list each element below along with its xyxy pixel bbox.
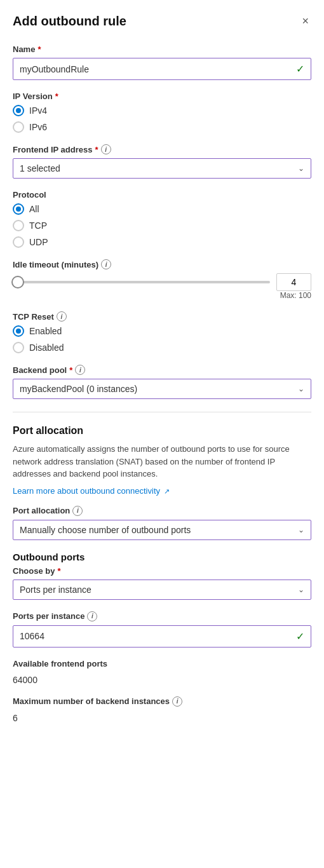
choose-by-chevron-icon: ⌄ [298,585,304,594]
slider-track[interactable] [13,281,270,283]
available-frontend-field-row: Available frontend ports 64000 [13,659,311,688]
port-allocation-label: Port allocation i [13,506,311,516]
name-field-group: Name * ✓ [13,44,311,80]
learn-more-link[interactable]: Learn more about outbound connectivity ↗ [13,486,170,496]
port-allocation-description: Azure automatically assigns the number o… [13,443,311,480]
idle-timeout-field-group: Idle timeout (minutes) i Max: 100 [13,259,311,300]
radio-item-ipv4[interactable]: IPv4 [13,105,311,116]
frontend-ip-chevron-icon: ⌄ [298,164,304,173]
frontend-ip-field-group: Frontend IP address * i 1 selected ⌄ [13,144,311,179]
idle-timeout-max-label: Max: 100 [13,291,311,300]
port-allocation-dropdown[interactable]: Manually choose number of outbound ports… [13,520,311,540]
outbound-ports-title: Outbound ports [13,552,311,562]
slider-thumb[interactable] [13,277,23,287]
backend-pool-dropdown[interactable]: myBackendPool (0 instances) ⌄ [13,379,311,399]
idle-timeout-input[interactable] [276,273,311,291]
frontend-ip-dropdown[interactable]: 1 selected ⌄ [13,158,311,179]
backend-pool-value: myBackendPool (0 instances) [20,384,137,394]
ports-per-instance-input-wrapper[interactable]: ✓ [13,625,311,648]
choose-by-value: Ports per instance [20,585,91,595]
idle-timeout-slider-group [13,273,311,291]
backend-pool-field-group: Backend pool * i myBackendPool (0 instan… [13,365,311,399]
radio-item-tcp[interactable]: TCP [13,220,311,231]
choose-by-dropdown[interactable]: Ports per instance ⌄ [13,580,311,600]
protocol-radio-group: All TCP UDP [13,203,311,248]
ports-per-instance-info-icon[interactable]: i [87,611,97,621]
radio-label-enabled: Enabled [29,326,62,336]
max-backend-field-row: Maximum number of backend instances i 6 [13,696,311,726]
port-allocation-info-icon[interactable]: i [72,506,83,516]
close-button[interactable]: × [299,13,311,29]
name-input[interactable] [20,64,296,74]
section-divider [13,412,311,412]
idle-timeout-label: Idle timeout (minutes) i [13,259,311,269]
tcp-reset-label: TCP Reset i [13,311,311,322]
port-allocation-field-group: Port allocation i Manually choose number… [13,506,311,540]
backend-pool-info-icon[interactable]: i [75,365,85,375]
radio-item-disabled[interactable]: Disabled [13,342,311,353]
name-label: Name * [13,44,311,54]
available-frontend-value: 64000 [13,672,311,688]
port-allocation-section: Port allocation Azure automatically assi… [13,425,311,726]
ports-per-instance-check-icon: ✓ [296,630,304,642]
max-backend-info-icon[interactable]: i [172,696,182,707]
ip-version-radio-group: IPv4 IPv6 [13,105,311,133]
name-required: * [37,44,41,54]
frontend-ip-info-icon[interactable]: i [101,144,111,154]
outbound-ports-section: Outbound ports Choose by * Ports per ins… [13,552,311,726]
radio-item-all[interactable]: All [13,203,311,215]
radio-all[interactable] [13,203,24,215]
radio-label-ipv6: IPv6 [29,122,47,132]
radio-ipv4[interactable] [13,105,24,116]
backend-pool-required: * [69,365,72,375]
tcp-reset-radio-group: Enabled Disabled [13,325,311,353]
radio-item-enabled[interactable]: Enabled [13,325,311,337]
radio-label-udp: UDP [29,237,48,247]
frontend-ip-required: * [95,145,98,154]
name-input-wrapper[interactable]: ✓ [13,58,311,80]
max-backend-label: Maximum number of backend instances i [13,696,311,707]
choose-by-field-group: Choose by * Ports per instance ⌄ [13,566,311,600]
page-title: Add outbound rule [13,14,126,29]
port-allocation-chevron-icon: ⌄ [298,526,304,534]
radio-label-tcp: TCP [29,220,47,231]
radio-enabled[interactable] [13,325,24,337]
choose-by-required: * [57,566,60,576]
protocol-field-group: Protocol All TCP UDP [13,190,311,248]
external-link-icon: ↗ [164,487,170,495]
ip-version-label: IP Version * [13,92,311,101]
backend-pool-label: Backend pool * i [13,365,311,375]
learn-more-text: Learn more about outbound connectivity [13,486,160,496]
name-check-icon: ✓ [296,63,304,75]
radio-label-disabled: Disabled [29,342,64,353]
idle-timeout-info-icon[interactable]: i [101,259,111,269]
radio-item-udp[interactable]: UDP [13,236,311,248]
tcp-reset-field-group: TCP Reset i Enabled Disabled [13,311,311,353]
radio-label-all: All [29,204,39,214]
radio-udp[interactable] [13,236,24,248]
ports-per-instance-input[interactable] [20,631,296,641]
tcp-reset-info-icon[interactable]: i [57,311,67,322]
max-backend-value: 6 [13,710,311,726]
frontend-ip-label: Frontend IP address * i [13,144,311,154]
protocol-label: Protocol [13,190,311,200]
port-allocation-value: Manually choose number of outbound ports [20,525,191,535]
radio-disabled[interactable] [13,342,24,353]
available-frontend-label: Available frontend ports [13,659,311,668]
radio-ipv6[interactable] [13,121,24,133]
port-allocation-title: Port allocation [13,425,311,437]
ports-per-instance-field-group: Ports per instance i ✓ [13,611,311,648]
ip-version-field-group: IP Version * IPv4 IPv6 [13,92,311,133]
frontend-ip-value: 1 selected [20,163,60,173]
backend-pool-chevron-icon: ⌄ [298,384,304,393]
radio-tcp[interactable] [13,220,24,231]
radio-item-ipv6[interactable]: IPv6 [13,121,311,133]
choose-by-label: Choose by * [13,566,311,576]
radio-label-ipv4: IPv4 [29,105,47,116]
ip-version-required: * [55,92,58,101]
ports-per-instance-label: Ports per instance i [13,611,311,621]
